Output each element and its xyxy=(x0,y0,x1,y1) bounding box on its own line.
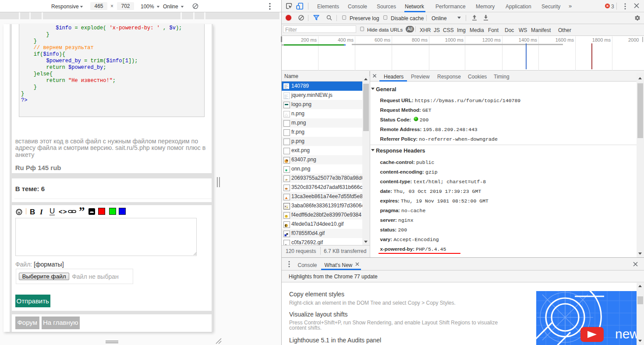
svg-text:new: new xyxy=(615,327,637,341)
